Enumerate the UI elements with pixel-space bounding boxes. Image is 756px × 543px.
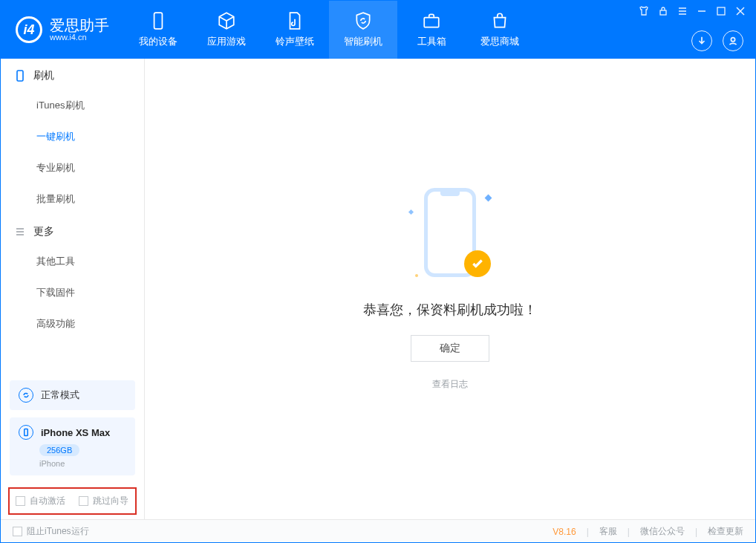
divider: | — [628, 527, 630, 537]
svg-rect-5 — [17, 71, 23, 81]
bag-icon — [490, 11, 509, 30]
checkbox-skip-guide[interactable]: 跳过向导 — [79, 495, 128, 507]
divider: | — [587, 527, 589, 537]
shield-refresh-icon — [353, 11, 373, 30]
download-button[interactable] — [691, 30, 712, 51]
window-controls — [638, 5, 746, 17]
check-update-link[interactable]: 检查更新 — [708, 525, 743, 538]
mode-card[interactable]: 正常模式 — [10, 380, 135, 410]
svg-point-4 — [731, 38, 734, 42]
svg-rect-0 — [154, 13, 163, 29]
menu-icon[interactable] — [677, 5, 688, 17]
highlighted-options: 自动激活 跳过向导 — [8, 487, 137, 515]
briefcase-icon — [422, 11, 441, 30]
mode-label: 正常模式 — [41, 388, 79, 402]
checkbox-icon — [79, 496, 88, 506]
checkbox-icon — [13, 527, 22, 536]
music-file-icon — [285, 11, 304, 30]
nav-mall[interactable]: 爱思商城 — [466, 1, 534, 59]
lock-icon[interactable] — [657, 5, 669, 17]
app-header: i4 爱思助手 www.i4.cn 我的设备 应用游戏 铃声壁纸 智能刷机 工具… — [1, 1, 755, 59]
main-content: 恭喜您，保资料刷机成功啦！ 确定 查看日志 — [145, 59, 755, 519]
sidebar-group-flash: 刷机 — [1, 59, 144, 90]
nav-label: 应用游戏 — [207, 35, 246, 48]
nav-apps-games[interactable]: 应用游戏 — [192, 1, 261, 59]
cube-icon — [217, 11, 236, 30]
divider: | — [695, 527, 697, 537]
app-logo: i4 爱思助手 www.i4.cn — [1, 16, 124, 43]
checkbox-label: 阻止iTunes运行 — [27, 525, 89, 538]
check-badge-icon — [464, 250, 491, 277]
checkbox-auto-activate[interactable]: 自动激活 — [16, 495, 65, 507]
tshirt-icon[interactable] — [638, 5, 650, 17]
version-label: V8.16 — [553, 527, 576, 537]
checkbox-icon — [16, 496, 25, 506]
wechat-link[interactable]: 微信公众号 — [640, 525, 685, 538]
device-type: iPhone — [39, 459, 126, 468]
nav-label: 工具箱 — [417, 35, 446, 48]
ok-button[interactable]: 确定 — [411, 335, 489, 362]
user-button[interactable] — [723, 30, 743, 51]
checkbox-block-itunes[interactable]: 阻止iTunes运行 — [13, 525, 89, 538]
svg-rect-1 — [424, 18, 439, 27]
svg-rect-3 — [717, 7, 725, 15]
maximize-icon[interactable] — [715, 5, 727, 17]
device-icon — [14, 70, 26, 82]
sidebar-item-itunes-flash[interactable]: iTunes刷机 — [1, 90, 144, 121]
view-log-link[interactable]: 查看日志 — [432, 378, 468, 391]
nav-ringtone-wallpaper[interactable]: 铃声壁纸 — [261, 1, 329, 59]
svg-rect-2 — [660, 10, 666, 15]
success-illustration — [409, 188, 491, 284]
nav-toolbox[interactable]: 工具箱 — [397, 1, 466, 59]
brand-url: www.i4.cn — [50, 33, 109, 42]
svg-rect-6 — [25, 429, 28, 436]
close-icon[interactable] — [734, 5, 746, 17]
checkbox-label: 自动激活 — [30, 495, 65, 507]
phone-small-icon — [19, 425, 33, 440]
nav-label: 我的设备 — [139, 35, 177, 48]
device-storage-badge: 256GB — [39, 444, 79, 456]
sidebar-group-label: 刷机 — [33, 69, 54, 82]
nav-my-device[interactable]: 我的设备 — [124, 1, 192, 59]
nav-label: 爱思商城 — [480, 35, 519, 48]
minimize-icon[interactable] — [696, 5, 708, 17]
device-name: iPhone XS Max — [41, 427, 110, 438]
nav-smart-flash[interactable]: 智能刷机 — [329, 1, 397, 59]
checkbox-label: 跳过向导 — [93, 495, 128, 507]
sidebar-group-more: 更多 — [1, 215, 144, 246]
nav-label: 智能刷机 — [344, 35, 382, 48]
sidebar-item-pro-flash[interactable]: 专业刷机 — [1, 152, 144, 183]
sidebar-item-batch-flash[interactable]: 批量刷机 — [1, 183, 144, 215]
sidebar-group-label: 更多 — [33, 225, 54, 238]
device-card[interactable]: iPhone XS Max 256GB iPhone — [10, 417, 135, 475]
sidebar-item-other-tools[interactable]: 其他工具 — [1, 246, 144, 277]
sidebar-item-onekey-flash[interactable]: 一键刷机 — [1, 121, 144, 152]
nav-label: 铃声壁纸 — [276, 35, 314, 48]
success-message: 恭喜您，保资料刷机成功啦！ — [363, 301, 537, 319]
brand-name: 爱思助手 — [50, 18, 109, 33]
sidebar-item-advanced[interactable]: 高级功能 — [1, 308, 144, 339]
sync-icon — [19, 388, 33, 403]
main-nav: 我的设备 应用游戏 铃声壁纸 智能刷机 工具箱 爱思商城 — [124, 1, 534, 59]
sidebar-item-download-firmware[interactable]: 下载固件 — [1, 277, 144, 308]
list-icon — [14, 226, 26, 238]
phone-icon — [149, 11, 168, 30]
sidebar: 刷机 iTunes刷机 一键刷机 专业刷机 批量刷机 更多 其他工具 下载固件 … — [1, 59, 145, 519]
status-bar: 阻止iTunes运行 V8.16 | 客服 | 微信公众号 | 检查更新 — [1, 519, 755, 543]
logo-icon: i4 — [16, 16, 42, 43]
customer-service-link[interactable]: 客服 — [599, 525, 617, 538]
